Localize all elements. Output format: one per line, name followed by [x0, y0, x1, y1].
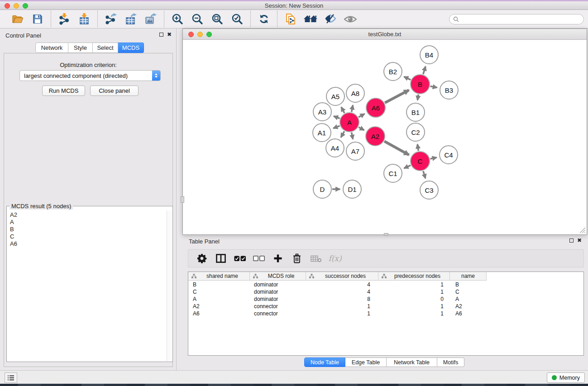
table-row[interactable]: A2connector11A2	[188, 303, 583, 310]
select-all-icon[interactable]	[234, 252, 246, 265]
edge-C-C3[interactable]	[423, 171, 425, 178]
edge-A-A1[interactable]	[333, 126, 339, 128]
node-D1[interactable]: D1	[343, 180, 362, 199]
edge-B-B2[interactable]	[404, 76, 411, 80]
zoom-fit-icon[interactable]	[210, 12, 225, 26]
table-row[interactable]: Cdominator41C	[188, 288, 583, 295]
node-C3[interactable]: C3	[420, 181, 439, 200]
mcds-list-scrollbar[interactable]	[167, 210, 172, 361]
select-stepper-icon[interactable]	[152, 71, 160, 81]
mcds-result-item[interactable]: B	[10, 226, 167, 233]
tab-style[interactable]: Style	[68, 43, 93, 53]
save-session-icon[interactable]	[30, 12, 45, 26]
column-header-MCDS-role[interactable]: MCDS role	[250, 272, 306, 280]
node-B2[interactable]: B2	[383, 62, 402, 81]
node-A[interactable]: A	[339, 112, 359, 132]
add-row-icon[interactable]	[272, 252, 284, 265]
edge-A-A5[interactable]	[341, 107, 344, 113]
memory-button[interactable]: Memory	[547, 372, 585, 383]
refresh-view-icon[interactable]	[256, 12, 272, 26]
export-table-icon[interactable]	[123, 12, 139, 26]
edge-B-B3[interactable]	[430, 86, 437, 88]
export-image-icon[interactable]	[143, 12, 158, 26]
node-B4[interactable]: B4	[420, 45, 439, 64]
search-input[interactable]	[461, 15, 583, 24]
vertical-scroll-thumb[interactable]	[181, 196, 184, 203]
node-A2[interactable]: A2	[365, 126, 385, 146]
node-B1[interactable]: B1	[406, 103, 425, 122]
zoom-in-icon[interactable]	[170, 12, 185, 26]
network-minimize-icon[interactable]	[197, 32, 203, 37]
tab-node-table[interactable]: Node Table	[304, 357, 345, 367]
network-maximize-icon[interactable]	[206, 32, 212, 37]
edge-C-C4[interactable]	[430, 157, 437, 159]
table-row[interactable]: A6connector11A6	[188, 310, 583, 317]
table-row[interactable]: Adominator80A	[188, 295, 583, 303]
edge-A-A2[interactable]	[359, 127, 364, 130]
tab-motifs[interactable]: Motifs	[437, 357, 464, 367]
tab-edge-table[interactable]: Edge Table	[345, 357, 387, 367]
node-A7[interactable]: A7	[346, 142, 365, 161]
column-header-successor-nodes[interactable]: successor nodes	[306, 272, 378, 280]
float-panel-icon[interactable]	[159, 33, 163, 37]
column-header-predecessor-nodes[interactable]: predecessor nodes	[378, 272, 450, 280]
edge-A6-B[interactable]	[385, 90, 409, 103]
edge-B-B1[interactable]	[417, 95, 418, 100]
mcds-result-item[interactable]: A6	[10, 240, 167, 248]
node-C2[interactable]: C2	[406, 123, 425, 142]
network-close-icon[interactable]	[188, 32, 194, 37]
houses-icon[interactable]	[303, 12, 318, 26]
edge-C-C1[interactable]	[404, 165, 411, 168]
export-network-icon[interactable]	[103, 12, 119, 26]
edge-A2-C[interactable]	[384, 141, 409, 155]
duplicate-network-icon[interactable]	[283, 12, 298, 26]
node-C1[interactable]: C1	[383, 164, 402, 183]
column-header-shared-name[interactable]: shared name	[188, 272, 250, 280]
close-panel-button[interactable]: Close panel	[90, 86, 139, 96]
mcds-result-item[interactable]: A2	[10, 211, 167, 219]
edge-A-A4[interactable]	[341, 131, 344, 137]
edge-C-C2[interactable]	[417, 144, 418, 151]
hide-graphics-icon[interactable]	[323, 12, 338, 26]
mcds-result-item[interactable]: C	[10, 233, 167, 240]
open-folder-icon[interactable]	[10, 12, 25, 26]
table-float-icon[interactable]	[569, 238, 574, 243]
edge-A-A7[interactable]	[352, 133, 353, 139]
node-C[interactable]: C	[410, 151, 430, 171]
edge-A-A6[interactable]	[359, 114, 364, 117]
task-history-button[interactable]	[5, 372, 17, 383]
node-table[interactable]: shared nameMCDS rolesuccessor nodesprede…	[188, 272, 584, 356]
zoom-out-icon[interactable]	[190, 12, 205, 26]
columns-icon[interactable]	[215, 252, 227, 265]
node-C4[interactable]: C4	[439, 145, 458, 164]
search-box[interactable]	[449, 14, 584, 24]
mcds-result-list[interactable]: A2ABCA6	[7, 210, 167, 361]
edge-B-B4[interactable]	[423, 67, 425, 74]
show-graphics-icon[interactable]	[343, 12, 358, 26]
import-network-icon[interactable]	[57, 12, 72, 26]
delete-row-icon[interactable]	[291, 252, 303, 265]
resize-grip-icon[interactable]	[579, 227, 586, 234]
network-canvas[interactable]: B4B2BB3B1A5A8A6A3AA1C2A2A4A7C4CC1C3DD1	[183, 40, 587, 234]
mcds-result-item[interactable]: A	[10, 219, 167, 226]
network-window-titlebar[interactable]: testGlobe.txt	[183, 29, 587, 40]
node-D[interactable]: D	[313, 180, 332, 199]
table-row[interactable]: Bdominator41B	[188, 281, 583, 288]
node-A5[interactable]: A5	[326, 87, 345, 106]
criterion-select[interactable]: largest connected component (directed)	[19, 70, 161, 81]
node-A3[interactable]: A3	[313, 102, 332, 121]
edge-A-A8[interactable]	[352, 105, 353, 112]
maximize-window-icon[interactable]	[23, 3, 28, 9]
close-panel-icon[interactable]: ✖	[167, 32, 172, 37]
column-header-name[interactable]: name	[450, 272, 487, 280]
deselect-all-icon[interactable]	[253, 252, 265, 265]
gear-icon[interactable]	[196, 252, 208, 265]
table-close-icon[interactable]: ✖	[577, 238, 582, 243]
zoom-selected-icon[interactable]	[229, 12, 245, 26]
edge-A-A3[interactable]	[334, 116, 339, 119]
node-A6[interactable]: A6	[366, 98, 386, 118]
tab-select[interactable]: Select	[93, 43, 118, 53]
minimize-window-icon[interactable]	[14, 3, 19, 9]
tab-mcds[interactable]: MCDS	[118, 43, 144, 53]
node-A8[interactable]: A8	[346, 84, 365, 103]
